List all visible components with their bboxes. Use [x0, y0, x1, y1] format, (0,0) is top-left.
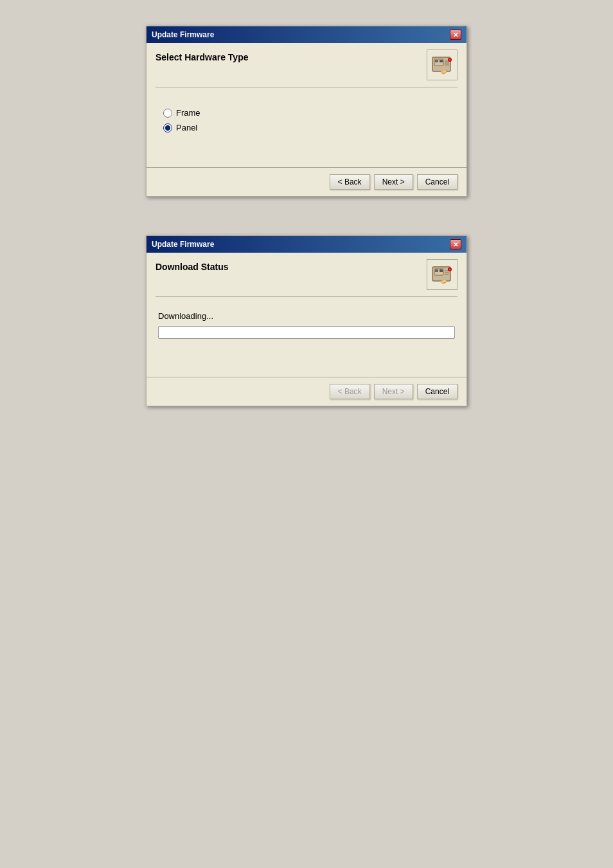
select-hardware-dialog: Update Firmware ✕ Select Hardware Type [146, 26, 467, 197]
title-bar-text-1: Update Firmware [152, 30, 214, 39]
progress-bar-container [158, 326, 455, 339]
dialog-header-1: Select Hardware Type [155, 50, 458, 87]
dialog-body-1: Select Hardware Type [147, 43, 466, 167]
back-button-2[interactable]: < Back [330, 384, 370, 399]
back-button-1[interactable]: < Back [330, 174, 370, 190]
firmware-icon-1 [427, 50, 458, 80]
content-area-2: Downloading... [155, 306, 458, 370]
content-area-1: Frame Panel [155, 96, 458, 161]
close-button-1[interactable]: ✕ [450, 30, 461, 40]
download-status-dialog: Update Firmware ✕ Download Status [146, 235, 467, 406]
hardware-icon-svg-2 [429, 262, 455, 287]
radio-group: Frame Panel [158, 102, 455, 139]
dialog-header-2: Download Status [155, 259, 458, 297]
title-bar-2: Update Firmware ✕ [147, 236, 466, 253]
cancel-button-2[interactable]: Cancel [417, 384, 458, 399]
dialog-footer-2: < Back Next > Cancel [147, 377, 466, 406]
svg-point-8 [449, 59, 451, 61]
radio-panel-label: Panel [176, 123, 197, 132]
dialog-title-2: Download Status [155, 259, 229, 272]
firmware-icon-2 [427, 259, 458, 290]
radio-frame-item[interactable]: Frame [163, 108, 450, 118]
radio-panel-item[interactable]: Panel [163, 123, 450, 132]
radio-frame-label: Frame [176, 108, 200, 118]
svg-rect-12 [440, 269, 443, 272]
cancel-button-1[interactable]: Cancel [417, 174, 458, 190]
dialog-title-1: Select Hardware Type [155, 50, 248, 62]
svg-rect-11 [435, 269, 438, 272]
status-text: Downloading... [158, 311, 455, 321]
dialog-body-2: Download Status Downloading... [147, 253, 466, 377]
title-bar-text-2: Update Firmware [152, 240, 214, 249]
next-button-2[interactable]: Next > [374, 384, 413, 399]
title-bar-1: Update Firmware ✕ [147, 26, 466, 43]
hardware-icon-svg [429, 52, 455, 78]
radio-frame[interactable] [163, 109, 172, 118]
svg-rect-3 [440, 60, 443, 62]
dialog-footer-1: < Back Next > Cancel [147, 167, 466, 196]
radio-panel[interactable] [163, 123, 172, 132]
svg-rect-2 [435, 60, 438, 62]
next-button-1[interactable]: Next > [374, 174, 413, 190]
close-button-2[interactable]: ✕ [450, 239, 461, 249]
svg-point-17 [449, 269, 451, 271]
